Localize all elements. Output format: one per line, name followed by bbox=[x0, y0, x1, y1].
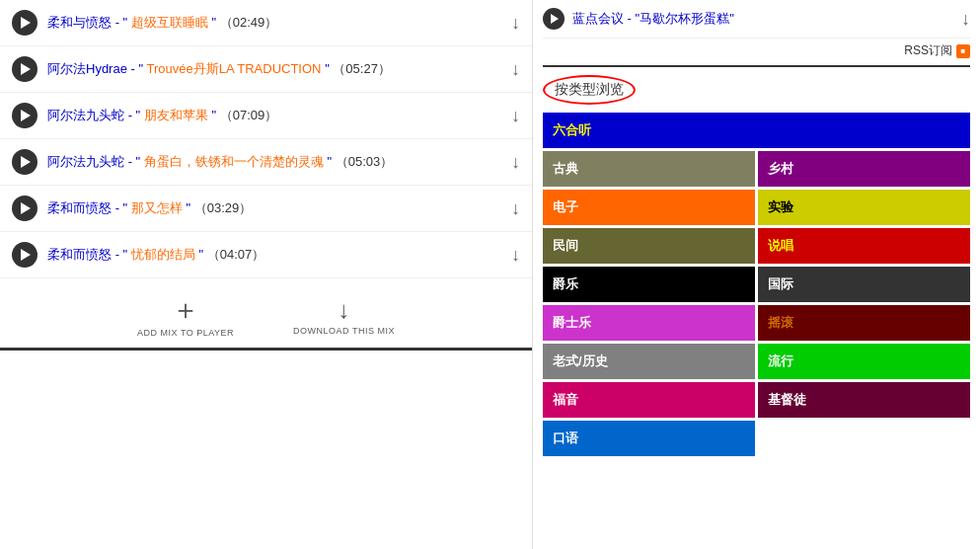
track-quote-end: " bbox=[198, 247, 206, 262]
play-button[interactable] bbox=[12, 56, 38, 82]
track-title: 阿尔法Hydrae - " Trouvée丹斯LA TRADUCTION " （… bbox=[47, 60, 501, 78]
divider-line bbox=[543, 65, 970, 67]
track-separator: - " bbox=[128, 154, 141, 169]
track-duration: （03:29） bbox=[194, 200, 253, 215]
track-item: 柔和而愤怒 - " 忧郁的结局 " （04:07） ↓ bbox=[0, 232, 532, 278]
genre-item[interactable]: 爵士乐 bbox=[543, 305, 755, 341]
track-item: 柔和而愤怒 - " 那又怎样 " （03:29） ↓ bbox=[0, 186, 532, 232]
track-title: 阿尔法九头蛇 - " 朋友和苹果 " （07:09） bbox=[47, 107, 501, 124]
track-duration: （04:07） bbox=[207, 247, 265, 262]
track-song: 角蛋白，铁锈和一个清楚的灵魂 bbox=[144, 154, 324, 169]
download-mix-button[interactable]: ↓ DOWNLOAD THIS MIX bbox=[293, 298, 395, 336]
now-playing-play-button[interactable] bbox=[543, 8, 565, 30]
browse-by-type-button[interactable]: 按类型浏览 bbox=[543, 75, 636, 105]
left-panel: 柔和与愤怒 - " 超级互联睡眠 " （02:49） ↓ 阿尔法Hydrae -… bbox=[0, 0, 533, 549]
genre-item[interactable]: 古典 bbox=[543, 151, 755, 187]
download-icon: ↓ bbox=[339, 298, 350, 322]
genre-item[interactable]: 爵乐 bbox=[543, 267, 755, 302]
play-button[interactable] bbox=[12, 242, 38, 268]
now-playing-bar: 蓝点会议 - "马歇尔杯形蛋糕" ↓ bbox=[543, 0, 970, 39]
rss-icon[interactable]: ■ bbox=[956, 44, 970, 58]
genre-item[interactable]: 实验 bbox=[758, 190, 970, 225]
track-separator: - " bbox=[131, 61, 144, 76]
now-playing-title: 蓝点会议 - "马歇尔杯形蛋糕" bbox=[572, 10, 734, 28]
genre-item[interactable]: 摇滚 bbox=[758, 305, 970, 341]
track-song: 那又怎样 bbox=[131, 200, 183, 215]
genre-item[interactable]: 六合听 bbox=[543, 113, 970, 148]
genre-item[interactable]: 老式/历史 bbox=[543, 344, 755, 379]
track-item: 阿尔法Hydrae - " Trouvée丹斯LA TRADUCTION " （… bbox=[0, 46, 532, 93]
genre-item[interactable]: 基督徒 bbox=[758, 382, 970, 418]
browse-label: 按类型浏览 bbox=[555, 81, 624, 97]
track-artist: 阿尔法九头蛇 bbox=[47, 154, 124, 169]
genre-item[interactable]: 说唱 bbox=[758, 228, 970, 264]
track-download-button[interactable]: ↓ bbox=[511, 106, 520, 126]
play-button[interactable] bbox=[12, 103, 38, 128]
track-title: 柔和与愤怒 - " 超级互联睡眠 " （02:49） bbox=[47, 14, 501, 32]
track-song: 忧郁的结局 bbox=[131, 247, 195, 262]
play-button[interactable] bbox=[12, 10, 38, 36]
track-quote-end: " bbox=[186, 200, 193, 215]
genre-item[interactable]: 流行 bbox=[758, 344, 970, 379]
add-mix-label: ADD MIX TO PLAYER bbox=[137, 328, 234, 338]
track-song: 朋友和苹果 bbox=[144, 108, 208, 122]
track-song: 超级互联睡眠 bbox=[131, 15, 208, 30]
plus-icon: ＋ bbox=[172, 296, 199, 324]
track-artist: 阿尔法九头蛇 bbox=[47, 108, 124, 122]
track-separator: - " bbox=[115, 15, 128, 30]
genre-item[interactable]: 口语 bbox=[543, 421, 755, 456]
track-separator: - " bbox=[128, 108, 141, 122]
track-item: 阿尔法九头蛇 - " 角蛋白，铁锈和一个清楚的灵魂 " （05:03） ↓ bbox=[0, 139, 532, 186]
rss-label: RSS订阅 bbox=[904, 42, 952, 59]
actions-bar: ＋ ADD MIX TO PLAYER ↓ DOWNLOAD THIS MIX bbox=[0, 278, 532, 351]
genre-item[interactable]: 福音 bbox=[543, 382, 755, 418]
track-duration: （05:03） bbox=[336, 154, 394, 169]
track-artist: 柔和而愤怒 bbox=[47, 247, 112, 262]
track-duration: （05:27） bbox=[333, 61, 391, 76]
genre-item[interactable]: 民间 bbox=[543, 228, 755, 264]
track-artist: 阿尔法Hydrae bbox=[47, 61, 127, 76]
genre-grid: 六合听古典乡村电子实验民间说唱爵乐国际爵士乐摇滚老式/历史流行福音基督徒口语 bbox=[543, 113, 970, 456]
track-download-button[interactable]: ↓ bbox=[511, 245, 520, 266]
add-mix-button[interactable]: ＋ ADD MIX TO PLAYER bbox=[137, 296, 234, 338]
track-title: 柔和而愤怒 - " 忧郁的结局 " （04:07） bbox=[47, 246, 501, 264]
track-song: Trouvée丹斯LA TRADUCTION bbox=[147, 61, 322, 76]
track-item: 柔和与愤怒 - " 超级互联睡眠 " （02:49） ↓ bbox=[0, 0, 532, 46]
browse-section: 按类型浏览 bbox=[543, 75, 970, 105]
track-duration: （02:49） bbox=[220, 15, 278, 30]
play-button[interactable] bbox=[12, 149, 38, 175]
track-download-button[interactable]: ↓ bbox=[511, 152, 520, 173]
track-quote-end: " bbox=[327, 154, 335, 169]
track-separator: - " bbox=[115, 200, 128, 215]
right-panel: 蓝点会议 - "马歇尔杯形蛋糕" ↓ RSS订阅 ■ 按类型浏览 六合听古典乡村… bbox=[533, 0, 980, 549]
track-artist: 柔和而愤怒 bbox=[47, 200, 112, 215]
track-artist: 柔和与愤怒 bbox=[47, 15, 112, 30]
track-quote-end: " bbox=[211, 15, 219, 30]
track-quote-end: " bbox=[211, 108, 219, 122]
rss-bar: RSS订阅 ■ bbox=[543, 39, 970, 63]
track-separator: - " bbox=[115, 247, 128, 262]
track-download-button[interactable]: ↓ bbox=[511, 198, 520, 219]
play-button[interactable] bbox=[12, 196, 38, 221]
track-title: 阿尔法九头蛇 - " 角蛋白，铁锈和一个清楚的灵魂 " （05:03） bbox=[47, 153, 501, 171]
now-playing-download-icon[interactable]: ↓ bbox=[961, 9, 970, 30]
genre-item[interactable]: 国际 bbox=[758, 267, 970, 302]
genre-item[interactable]: 乡村 bbox=[758, 151, 970, 187]
track-download-button[interactable]: ↓ bbox=[511, 13, 520, 34]
track-item: 阿尔法九头蛇 - " 朋友和苹果 " （07:09） ↓ bbox=[0, 93, 532, 139]
track-download-button[interactable]: ↓ bbox=[511, 59, 520, 80]
genre-item[interactable]: 电子 bbox=[543, 190, 755, 225]
track-title: 柔和而愤怒 - " 那又怎样 " （03:29） bbox=[47, 199, 501, 217]
track-list: 柔和与愤怒 - " 超级互联睡眠 " （02:49） ↓ 阿尔法Hydrae -… bbox=[0, 0, 532, 278]
download-mix-label: DOWNLOAD THIS MIX bbox=[293, 326, 395, 336]
track-duration: （07:09） bbox=[220, 108, 278, 122]
